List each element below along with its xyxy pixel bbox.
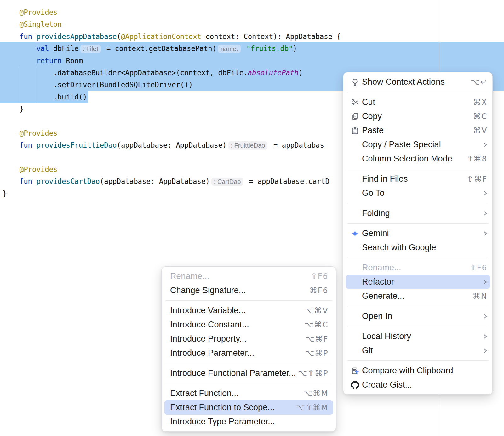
- code-segment: dbFile: [49, 44, 79, 53]
- code-segment: Room: [62, 57, 83, 65]
- code-segment: .build(): [3, 93, 87, 101]
- copy-icon: [351, 112, 359, 121]
- menu-item-label: Generate...: [362, 291, 404, 301]
- menu-item-introduce-variable[interactable]: Introduce Variable...⌥⌘V: [162, 303, 336, 318]
- code-segment: [3, 44, 36, 53]
- code-segment: fun: [20, 141, 32, 149]
- menu-item-introduce-property[interactable]: Introduce Property...⌥⌘F: [162, 332, 336, 346]
- menu-item-label: Introduce Functional Parameter...: [170, 368, 296, 378]
- menu-item-change-signature[interactable]: Change Signature...⌘F6: [162, 283, 336, 297]
- menu-item-label: Go To: [362, 188, 385, 198]
- menu-item-label: Introduce Variable...: [170, 306, 246, 315]
- code-line[interactable]: val dbFile: File! = context.getDatabaseP…: [0, 42, 504, 54]
- code-segment: [3, 141, 20, 149]
- code-segment: (appDatabase: AppDatabase): [117, 141, 226, 149]
- menu-item-folding[interactable]: Folding: [343, 206, 492, 220]
- menu-item-introduce-constant[interactable]: Introduce Constant...⌥⌘C: [162, 318, 336, 332]
- blank-icon: [351, 278, 359, 286]
- code-segment: [32, 32, 36, 41]
- shortcut-hint: ⌘F6: [309, 286, 328, 295]
- menu-separator: [347, 223, 489, 224]
- shortcut-hint: ⌥⌘F: [305, 334, 328, 343]
- code-segment: ): [293, 44, 297, 53]
- menu-item-column-selection-mode[interactable]: Column Selection Mode⇧⌘8: [343, 152, 492, 166]
- shortcut-hint: ⌥⌘C: [304, 320, 328, 329]
- menu-item-label: Introduce Parameter...: [170, 348, 254, 358]
- code-segment: }: [3, 190, 7, 198]
- menu-item-label: Cut: [362, 97, 375, 107]
- menu-item-extract-function-to-scope[interactable]: Extract Function to Scope...⌥⇧⌘M: [164, 400, 333, 415]
- menu-separator: [347, 203, 489, 203]
- menu-item-label: Find in Files: [362, 174, 408, 184]
- menu-item-rename[interactable]: Rename...⇧F6: [343, 261, 492, 275]
- shortcut-hint: ⌥⌘V: [305, 306, 328, 315]
- shortcut-hint: ⇧F6: [311, 272, 328, 281]
- blank-icon: [351, 312, 359, 320]
- shortcut-hint: ⌥↩: [471, 77, 487, 87]
- code-segment: val: [36, 44, 49, 53]
- inlay-hint: name:: [218, 45, 241, 53]
- gemini-icon: [351, 229, 359, 238]
- scissors-icon: [351, 98, 359, 106]
- menu-item-introduce-functional-parameter[interactable]: Introduce Functional Parameter...⌥⇧⌘P: [162, 366, 336, 380]
- code-segment: providesAppDatabase: [36, 32, 117, 41]
- menu-item-label: Introduce Property...: [170, 334, 247, 344]
- chevron-right-icon: [483, 190, 487, 197]
- code-segment: [3, 32, 20, 41]
- menu-item-introduce-type-parameter[interactable]: Introduce Type Parameter...: [162, 415, 336, 429]
- code-segment: @Provides: [20, 8, 58, 16]
- code-segment: [3, 177, 20, 185]
- shortcut-hint: ⇧⌘F: [467, 174, 487, 184]
- inlay-hint: : FruittieDao: [228, 141, 268, 150]
- menu-item-cut[interactable]: Cut⌘X: [343, 95, 492, 109]
- menu-separator: [165, 300, 332, 301]
- menu-item-go-to[interactable]: Go To: [343, 186, 492, 200]
- blank-icon: [351, 346, 359, 355]
- menu-item-copy[interactable]: Copy⌘C: [343, 109, 492, 123]
- code-segment: [3, 129, 20, 137]
- code-segment: [3, 57, 36, 65]
- menu-item-generate[interactable]: Generate...⌘N: [343, 289, 492, 303]
- menu-item-create-gist[interactable]: Create Gist...: [343, 378, 492, 392]
- menu-item-local-history[interactable]: Local History: [343, 329, 492, 343]
- shortcut-hint: ⇧F6: [470, 263, 487, 272]
- paste-icon: [351, 126, 359, 135]
- menu-item-compare-with-clipboard[interactable]: Compare with Clipboard: [343, 364, 492, 378]
- menu-item-label: Introduce Constant...: [170, 320, 249, 330]
- code-segment: @ApplicationContext: [121, 32, 201, 41]
- chevron-right-icon: [483, 313, 487, 320]
- menu-item-refactor[interactable]: Refactor: [346, 275, 490, 289]
- shortcut-hint: ⌥⌘M: [303, 389, 328, 398]
- menu-item-label: Compare with Clipboard: [362, 366, 453, 376]
- code-segment: providesFruittieDao: [36, 141, 117, 149]
- menu-item-open-in[interactable]: Open In: [343, 309, 492, 323]
- shortcut-hint: ⌘X: [473, 98, 487, 107]
- code-editor[interactable]: @Provides @Singleton fun providesAppData…: [0, 0, 504, 436]
- code-segment: = appDatabas: [269, 141, 324, 149]
- menu-item-paste[interactable]: Paste⌘V: [343, 123, 492, 138]
- blank-icon: [351, 189, 359, 197]
- inlay-hint: : File!: [80, 45, 101, 53]
- menu-item-rename[interactable]: Rename...⇧F6: [162, 269, 336, 283]
- menu-separator: [347, 92, 489, 92]
- menu-item-gemini[interactable]: Gemini: [343, 226, 492, 241]
- menu-item-label: Refactor: [362, 277, 394, 287]
- menu-item-label: Git: [362, 346, 373, 355]
- code-segment: = context.getDatabasePath(: [102, 44, 216, 53]
- menu-item-show-context-actions[interactable]: Show Context Actions⌥↩: [343, 75, 492, 89]
- menu-item-extract-function[interactable]: Extract Function...⌥⌘M: [162, 386, 336, 400]
- code-line[interactable]: @Provides: [0, 6, 504, 18]
- menu-item-git[interactable]: Git: [343, 343, 492, 358]
- code-line[interactable]: @Singleton: [0, 18, 504, 30]
- menu-item-search-with-google[interactable]: Search with Google: [343, 241, 492, 255]
- menu-item-label: Copy: [362, 111, 382, 121]
- menu-item-introduce-parameter[interactable]: Introduce Parameter...⌥⌘P: [162, 346, 336, 360]
- menu-item-copy-paste-special[interactable]: Copy / Paste Special: [343, 138, 492, 152]
- code-segment: return: [36, 57, 62, 65]
- menu-item-find-in-files[interactable]: Find in Files⇧⌘F: [343, 172, 492, 186]
- blank-icon: [351, 209, 359, 218]
- code-line[interactable]: return Room: [0, 55, 504, 67]
- code-segment: absolutePath: [248, 69, 299, 77]
- code-line[interactable]: fun providesAppDatabase(@ApplicationCont…: [0, 31, 504, 42]
- menu-item-label: Rename...: [362, 263, 401, 273]
